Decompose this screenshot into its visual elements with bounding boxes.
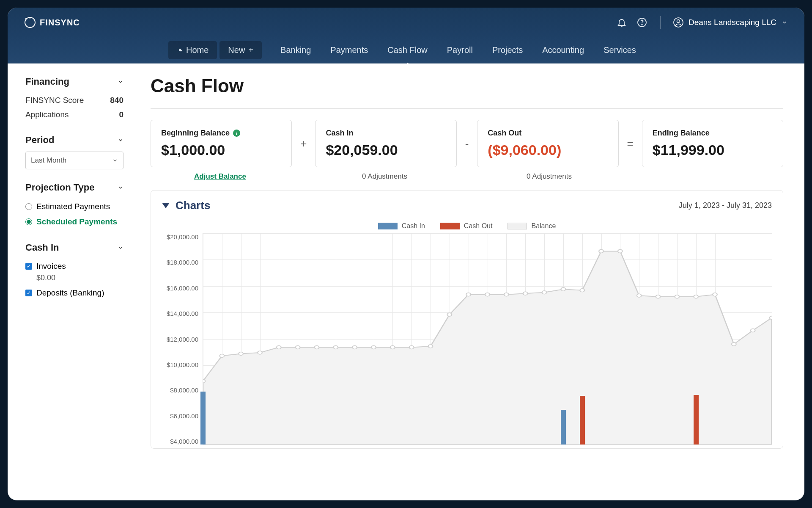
radio-icon — [25, 218, 32, 225]
svg-point-3 — [677, 20, 680, 23]
period-title: Period — [25, 135, 54, 146]
period-select[interactable]: Last Month — [25, 152, 123, 169]
topbar: FINSYNC Deans Landscaping LLC — [8, 8, 804, 37]
cashin-label: Cash In — [326, 129, 446, 138]
nav-accounting[interactable]: Accounting — [534, 41, 593, 59]
svg-point-9 — [296, 345, 300, 349]
svg-point-15 — [409, 345, 414, 349]
bell-icon[interactable] — [616, 17, 627, 28]
info-icon[interactable]: i — [233, 130, 240, 137]
nav-payments[interactable]: Payments — [322, 41, 376, 59]
summary-sublinks: Adjust Balance 0 Adjustments 0 Adjustmen… — [151, 172, 783, 181]
plus-operator: + — [299, 137, 308, 150]
svg-point-33 — [751, 329, 755, 332]
ending-balance-card: Ending Balance $11,999.00 — [642, 120, 783, 167]
triangle-down-icon — [162, 203, 170, 208]
chevron-down-icon — [782, 19, 787, 25]
scheduled-label: Scheduled Payments — [36, 217, 117, 226]
nav-banking[interactable]: Banking — [272, 41, 319, 59]
checkbox-icon: ✓ — [25, 290, 32, 296]
finsync-score-row: FINSYNC Score 840 — [25, 93, 123, 108]
svg-point-19 — [485, 293, 490, 296]
nav-cashflow[interactable]: Cash Flow — [379, 41, 436, 59]
radio-estimated[interactable]: Estimated Payments — [25, 199, 123, 214]
nav-new[interactable]: New + — [219, 41, 262, 59]
plus-icon: + — [248, 45, 253, 55]
radio-scheduled[interactable]: Scheduled Payments — [25, 214, 123, 229]
svg-point-23 — [561, 287, 565, 291]
svg-point-28 — [656, 295, 661, 298]
cashout-label: Cash Out — [488, 129, 608, 138]
svg-point-18 — [466, 293, 471, 296]
home-arrow-icon — [177, 47, 183, 53]
svg-point-13 — [371, 345, 376, 349]
financing-title: Financing — [25, 76, 69, 87]
main-content: Cash Flow Beginning Balancei $1,000.00 +… — [134, 64, 804, 500]
svg-point-29 — [675, 295, 679, 298]
checkbox-icon: ✓ — [25, 263, 32, 270]
check-invoices[interactable]: ✓ Invoices — [25, 259, 123, 273]
cashin-card: Cash In $20,059.00 — [315, 120, 456, 167]
y-axis: $20,000.00$18,000.00$16,000.00$14,000.00… — [162, 233, 203, 445]
period-header[interactable]: Period — [25, 135, 123, 146]
chevron-down-icon — [118, 79, 123, 85]
nav-home-label: Home — [186, 45, 208, 55]
svg-point-4 — [203, 379, 205, 383]
adjust-balance-link[interactable]: Adjust Balance — [151, 172, 290, 181]
brand-logo[interactable]: FINSYNC — [25, 17, 80, 28]
period-selected: Last Month — [31, 156, 66, 165]
cashin-value: $20,059.00 — [326, 142, 446, 158]
cashout-card: Cash Out ($9,060.00) — [477, 120, 618, 167]
svg-point-1 — [642, 24, 642, 25]
nav-payroll[interactable]: Payroll — [439, 41, 481, 59]
chart-plot[interactable] — [203, 233, 772, 445]
legend-cashout[interactable]: Cash Out — [440, 222, 493, 230]
applications-row: Applications 0 — [25, 108, 123, 122]
page-title: Cash Flow — [151, 75, 783, 109]
nav-home[interactable]: Home — [168, 41, 217, 59]
svg-point-17 — [447, 313, 452, 316]
beginning-balance-card: Beginning Balancei $1,000.00 — [151, 120, 292, 167]
svg-point-24 — [580, 289, 584, 292]
help-icon[interactable] — [636, 17, 647, 28]
svg-point-31 — [713, 293, 717, 296]
score-label: FINSYNC Score — [25, 96, 84, 105]
cashout-value: ($9,060.00) — [488, 142, 608, 158]
invoices-label: Invoices — [36, 262, 66, 271]
svg-point-21 — [523, 292, 528, 295]
cashin-adjustments[interactable]: 0 Adjustments — [315, 172, 454, 181]
deposits-label: Deposits (Banking) — [36, 288, 104, 298]
charts-toggle[interactable]: Charts — [162, 199, 210, 212]
cashout-adjustments[interactable]: 0 Adjustments — [480, 172, 619, 181]
logo-icon — [25, 17, 36, 28]
svg-point-20 — [504, 293, 509, 296]
projection-title: Projection Type — [25, 182, 94, 193]
ending-value: $11,999.00 — [653, 142, 773, 158]
charts-title-text: Charts — [176, 199, 210, 212]
apps-label: Applications — [25, 110, 69, 119]
sidebar: Financing FINSYNC Score 840 Applications… — [8, 64, 134, 500]
charts-date-range: July 1, 2023 - July 31, 2023 — [679, 201, 772, 210]
score-value: 840 — [110, 96, 123, 105]
svg-point-5 — [219, 354, 224, 357]
beginning-value: $1,000.00 — [161, 142, 281, 158]
legend-cashin[interactable]: Cash In — [378, 222, 425, 230]
cashin-header[interactable]: Cash In — [25, 242, 123, 253]
nav-projects[interactable]: Projects — [484, 41, 531, 59]
financing-header[interactable]: Financing — [25, 76, 123, 87]
svg-point-16 — [428, 345, 433, 348]
svg-point-26 — [618, 249, 623, 253]
nav-services[interactable]: Services — [595, 41, 645, 59]
chevron-down-icon — [118, 245, 123, 251]
chevron-down-icon — [112, 157, 118, 163]
apps-value: 0 — [119, 110, 123, 119]
legend-balance[interactable]: Balance — [508, 222, 556, 230]
svg-point-22 — [542, 291, 547, 294]
brand-text: FINSYNC — [40, 18, 80, 28]
main-nav: Home New + Banking Payments Cash Flow Pa… — [8, 37, 804, 64]
chart-area: $20,000.00$18,000.00$16,000.00$14,000.00… — [162, 233, 772, 445]
ending-label: Ending Balance — [653, 129, 773, 138]
projection-header[interactable]: Projection Type — [25, 182, 123, 193]
check-deposits[interactable]: ✓ Deposits (Banking) — [25, 286, 123, 300]
user-menu[interactable]: Deans Landscaping LLC — [673, 17, 787, 28]
